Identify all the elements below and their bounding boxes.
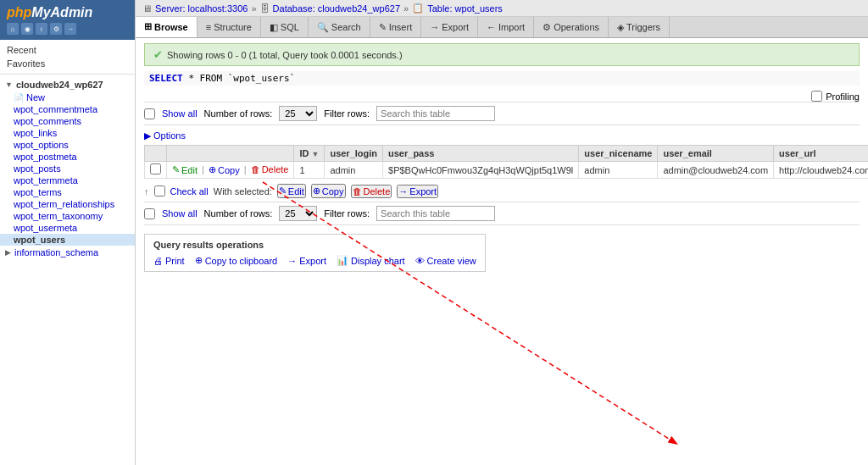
copy-button[interactable]: ⊕ Copy [209,164,240,175]
sidebar-table-posts[interactable]: wpot_posts [0,163,135,174]
tab-export-label: Export [442,22,469,32]
sort-id[interactable]: ▼ [311,150,319,158]
col-id-label: ID [299,148,309,158]
tree-label-links: wpot_links [14,128,57,138]
db-label-information-schema: information_schema [14,247,98,257]
selected-copy-btn[interactable]: ⊕ Copy [311,184,346,198]
up-arrow: ↑ [144,186,149,197]
tab-export[interactable]: → Export [421,17,478,37]
logo: phpMyAdmin [7,5,128,20]
tab-structure[interactable]: ≡ Structure [198,17,261,37]
th-user-login: user_login [325,146,383,162]
check-all-label[interactable]: Check all [170,186,209,197]
new-icon: 📄 [14,93,24,102]
breadcrumb-database[interactable]: Database: cloudweb24_wp627 [273,3,400,14]
sidebar-table-links[interactable]: wpot_links [0,127,135,139]
sidebar-table-term-relationships[interactable]: wpot_term_relationships [0,198,135,210]
tree-label-posts: wpot_posts [14,163,61,174]
sidebar-favorites[interactable]: Favorites [0,57,135,70]
display-chart-link[interactable]: 📊 Display chart [337,255,405,266]
profiling-area: Profiling [144,91,860,102]
row-check-1[interactable] [150,163,161,174]
breadcrumb-server[interactable]: Server: localhost:3306 [155,3,248,14]
tab-structure-label: Structure [214,22,252,32]
tab-insert[interactable]: ✎ Insert [370,17,422,37]
breadcrumb-table-icon: 📋 [412,3,424,14]
breadcrumb-sep1: » [251,3,256,14]
tab-browse-label: Browse [154,22,188,32]
filter-row-bottom: Show all Number of rows: 25 50 100 250 5… [144,202,860,225]
sidebar-table-termmeta[interactable]: wpot_termmeta [0,174,135,186]
logo-icon-home[interactable]: ⌂ [7,23,19,35]
tab-triggers[interactable]: ◈ Triggers [609,17,670,37]
sidebar-table-comments[interactable]: wpot_comments [0,115,135,127]
tab-operations[interactable]: ⚙ Operations [534,17,609,37]
logo-icon-info[interactable]: i [36,23,47,35]
main-area: 🖥 Server: localhost:3306 » 🗄 Database: c… [136,0,868,465]
tab-insert-label: Insert [389,22,413,32]
table-header-row: ID ▼ user_login user_pass user_nicename … [145,146,869,162]
sep1: | [202,164,204,174]
tab-operations-label: Operations [554,22,599,32]
profiling-checkbox[interactable] [811,91,822,102]
th-user-url: user_url [774,146,868,162]
logo-icon-db[interactable]: ◉ [21,23,33,35]
sidebar-recent[interactable]: Recent [0,43,135,57]
tree-label-terms: wpot_terms [14,187,62,197]
sidebar-table-new[interactable]: 📄 New [0,91,135,103]
tab-search[interactable]: 🔍 Search [309,17,370,37]
options-link[interactable]: ▶ Options [144,130,186,141]
show-all-bottom[interactable]: Show all [162,208,198,219]
num-rows-label-top: Number of rows: [204,108,273,119]
sidebar-table-terms[interactable]: wpot_terms [0,186,135,198]
sidebar-table-postmeta[interactable]: wpot_postmeta [0,151,135,163]
tab-search-label: Search [331,22,361,32]
tab-triggers-label: Triggers [626,22,660,32]
show-all-checkbox-top[interactable] [144,108,155,119]
sql-display: SELECT * FROM `wpot_users` [144,71,860,86]
show-all-top[interactable]: Show all [162,108,198,119]
sidebar-table-term-taxonomy[interactable]: wpot_term_taxonomy [0,210,135,222]
selected-export-btn[interactable]: → Export [397,185,438,198]
filter-input-bottom[interactable] [376,206,495,221]
sidebar-db-cloudweb24[interactable]: ▼ cloudweb24_wp627 [0,78,135,91]
print-link[interactable]: 🖨 Print [153,256,185,266]
th-actions [167,146,294,162]
breadcrumb-table[interactable]: Table: wpot_users [427,3,503,14]
selected-delete-btn[interactable]: 🗑 Delete [351,185,392,198]
search-tab-icon: 🔍 [317,22,329,33]
sidebar-db-information-schema[interactable]: ▶ information_schema [0,246,135,259]
selected-edit-btn[interactable]: ✎ Edit [277,184,306,198]
edit-button[interactable]: ✎ Edit [172,164,198,175]
sidebar-table-commentmeta[interactable]: wpot_commentmeta [0,103,135,115]
sidebar-table-users[interactable]: wpot_users [0,234,135,246]
tab-import[interactable]: ← Import [478,17,534,37]
success-text: Showing rows 0 - 0 (1 total, Query took … [167,50,403,60]
num-rows-label-bottom: Number of rows: [204,208,273,219]
filter-label-bottom: Filter rows: [324,208,370,219]
success-icon: ✔ [153,48,163,61]
tab-import-label: Import [498,22,525,32]
create-view-link[interactable]: 👁 Create view [415,256,476,266]
insert-icon: ✎ [379,22,387,33]
export-link[interactable]: → Export [287,256,326,266]
delete-button[interactable]: 🗑 Delete [251,164,289,174]
check-all-checkbox[interactable] [154,185,165,197]
show-all-checkbox-bottom[interactable] [144,208,155,219]
num-rows-select-bottom[interactable]: 25 50 100 250 500 [279,206,317,221]
logo-icon-exit[interactable]: → [64,23,76,35]
num-rows-select-top[interactable]: 25 50 100 250 500 [279,106,317,121]
sidebar-table-options[interactable]: wpot_options [0,139,135,151]
tree-label-options: wpot_options [14,140,69,150]
db-expand-arrow: ▼ [5,80,13,89]
profiling-label: Profiling [826,91,860,102]
structure-icon: ≡ [206,22,211,32]
logo-myadmin: MyAdmin [31,5,92,19]
sidebar-table-usermeta[interactable]: wpot_usermeta [0,222,135,234]
cell-user-email: admin@cloudweb24.com [658,162,774,179]
copy-clipboard-link[interactable]: ⊕ Copy to clipboard [195,255,278,266]
tab-sql[interactable]: ◧ SQL [261,17,309,37]
tab-browse[interactable]: ⊞ Browse [136,17,198,37]
filter-input-top[interactable] [376,106,495,121]
logo-icon-settings[interactable]: ⚙ [50,23,62,35]
